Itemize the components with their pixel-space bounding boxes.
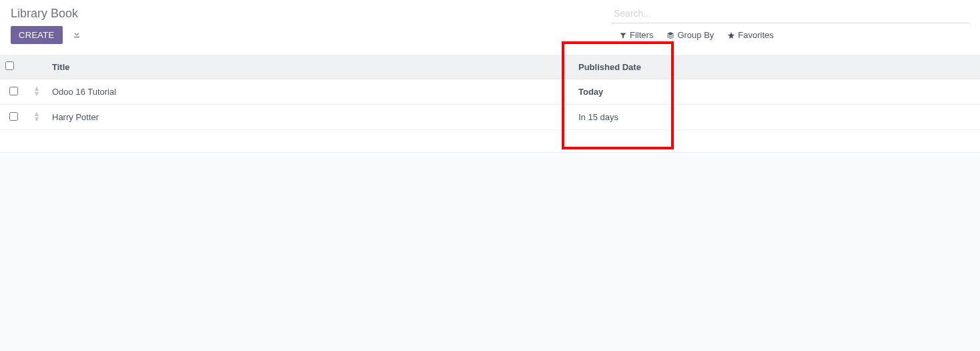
row-published-date[interactable]: Today: [573, 79, 980, 105]
row-checkbox[interactable]: [9, 112, 18, 121]
list-view: Title Published Date ▲▼Odoo 16 TutorialT…: [0, 55, 980, 351]
table-header-row: Title Published Date: [0, 55, 980, 79]
groupby-label: Group By: [677, 30, 714, 40]
filters-dropdown[interactable]: Filters: [619, 30, 653, 40]
drag-handle-icon: ▲▼: [33, 85, 41, 96]
layers-icon: [666, 31, 674, 39]
row-title[interactable]: Harry Potter: [47, 105, 573, 130]
row-handle[interactable]: ▲▼: [27, 105, 47, 130]
list-footer: [0, 130, 980, 153]
row-checkbox[interactable]: [9, 87, 18, 95]
select-all-checkbox[interactable]: [5, 61, 14, 70]
favorites-label: Favorites: [738, 30, 773, 40]
drag-handle-icon: ▲▼: [33, 111, 41, 121]
star-icon: [727, 31, 735, 39]
empty-area: [0, 153, 980, 351]
row-checkbox-cell: [0, 79, 27, 105]
create-button[interactable]: CREATE: [11, 26, 63, 44]
row-handle[interactable]: ▲▼: [27, 79, 47, 105]
row-checkbox-cell: [0, 105, 27, 130]
page-title: Library Book: [11, 7, 611, 21]
favorites-dropdown[interactable]: Favorites: [727, 30, 773, 40]
column-published-date[interactable]: Published Date: [573, 55, 980, 79]
row-published-date[interactable]: In 15 days: [573, 105, 980, 130]
control-panel: Library Book CREATE Filters: [0, 0, 980, 49]
funnel-icon: [619, 31, 627, 39]
select-all-cell: [0, 55, 27, 79]
groupby-dropdown[interactable]: Group By: [666, 30, 714, 40]
column-title[interactable]: Title: [47, 55, 573, 79]
filters-label: Filters: [630, 30, 653, 40]
download-icon[interactable]: [68, 27, 85, 43]
handle-header: [27, 55, 47, 79]
search-options: Filters Group By Favorites: [611, 30, 969, 40]
table-row[interactable]: ▲▼Odoo 16 TutorialToday: [0, 79, 980, 105]
table-row[interactable]: ▲▼Harry PotterIn 15 days: [0, 105, 980, 130]
search-input[interactable]: [611, 5, 969, 23]
row-title[interactable]: Odoo 16 Tutorial: [47, 79, 573, 105]
